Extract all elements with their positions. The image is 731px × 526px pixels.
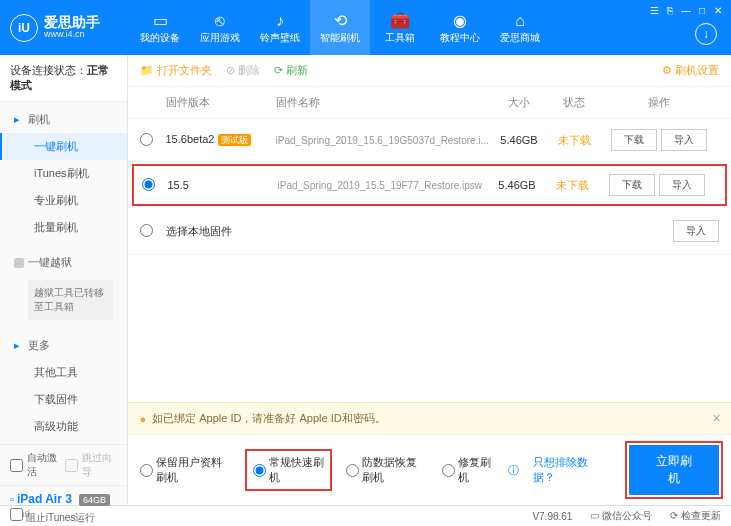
connection-status: 设备连接状态：正常模式 (0, 55, 127, 102)
nav-ringtone[interactable]: ♪铃声壁纸 (250, 0, 310, 55)
jailbreak-note: 越狱工具已转移至工具箱 (28, 280, 113, 320)
import-button[interactable]: 导入 (661, 129, 707, 151)
warning-banner: ● 如已绑定 Apple ID，请准备好 Apple ID和密码。 ✕ (128, 402, 732, 434)
device-name: iPad Air 3 (17, 492, 72, 506)
sidebar-item-download[interactable]: 下载固件 (0, 386, 127, 413)
minimize-icon[interactable]: — (679, 4, 693, 16)
skip-guide-checkbox (65, 459, 78, 472)
header: iU 爱思助手 www.i4.cn ▭我的设备 ⎋应用游戏 ♪铃声壁纸 ⟲智能刷… (0, 0, 731, 55)
beta-tag: 测试版 (218, 134, 251, 146)
opt-keep[interactable]: 保留用户资料刷机 (140, 455, 231, 485)
lock-icon (14, 258, 24, 268)
firmware-radio[interactable] (142, 178, 155, 191)
logo: iU 爱思助手 www.i4.cn (10, 14, 100, 42)
sidebar-item-other[interactable]: 其他工具 (0, 359, 127, 386)
opt-repair[interactable]: 修复刷机 (442, 455, 495, 485)
check-update[interactable]: ⟳ 检查更新 (670, 509, 721, 523)
firmware-radio[interactable] (140, 133, 153, 146)
nav: ▭我的设备 ⎋应用游戏 ♪铃声壁纸 ⟲智能刷机 🧰工具箱 ◉教程中心 ⌂爱思商城 (130, 0, 550, 55)
flash-options: 保留用户资料刷机 常规快速刷机 防数据恢复刷机 修复刷机 ⓘ 只想排除数据？ 立… (128, 434, 732, 505)
nav-mall[interactable]: ⌂爱思商城 (490, 0, 550, 55)
sidebar-jailbreak-head[interactable]: 一键越狱 (0, 249, 127, 276)
warning-icon: ● (140, 413, 147, 425)
local-firmware-row[interactable]: 选择本地固件 导入 (128, 208, 732, 255)
win-menu-icon[interactable]: ☰ (647, 4, 661, 16)
flash-now-button[interactable]: 立即刷机 (629, 445, 719, 495)
app-name: 爱思助手 (44, 15, 100, 30)
toolbar: 📁 打开文件夹 ⊘ 删除 ⟳ 刷新 ⚙ 刷机设置 (128, 55, 732, 87)
table-row[interactable]: 15.6beta2测试版 iPad_Spring_2019_15.6_19G50… (128, 119, 732, 162)
window-controls: ☰ ⎘ — □ ✕ (647, 4, 725, 16)
table-header: 固件版本 固件名称 大小 状态 操作 (128, 87, 732, 119)
logo-icon: iU (10, 14, 38, 42)
download-button[interactable]: 下载 (611, 129, 657, 151)
nav-apps[interactable]: ⎋应用游戏 (190, 0, 250, 55)
delete-button: ⊘ 删除 (226, 63, 260, 78)
nav-flash[interactable]: ⟲智能刷机 (310, 0, 370, 55)
version: V7.98.61 (532, 511, 572, 522)
download-icon[interactable]: ↓ (695, 23, 717, 45)
device-storage: 64GB (79, 494, 110, 506)
sidebar-flash-head[interactable]: ▸刷机 (0, 106, 127, 133)
sidebar: 设备连接状态：正常模式 ▸刷机 一键刷机 iTunes刷机 专业刷机 批量刷机 … (0, 55, 128, 505)
sidebar-more-head[interactable]: ▸更多 (0, 332, 127, 359)
import-button[interactable]: 导入 (673, 220, 719, 242)
exclude-link[interactable]: 只想排除数据？ (533, 455, 600, 485)
opt-normal[interactable]: 常规快速刷机 (245, 449, 333, 491)
sidebar-item-pro[interactable]: 专业刷机 (0, 187, 127, 214)
download-button[interactable]: 下载 (609, 174, 655, 196)
sidebar-item-batch[interactable]: 批量刷机 (0, 214, 127, 241)
auto-activate-label: 自动激活 (27, 451, 61, 479)
close-icon[interactable]: ✕ (712, 412, 721, 425)
opt-recover[interactable]: 防数据恢复刷机 (346, 455, 427, 485)
flash-settings-button[interactable]: ⚙ 刷机设置 (662, 63, 719, 78)
nav-tutorial[interactable]: ◉教程中心 (430, 0, 490, 55)
refresh-button[interactable]: ⟳ 刷新 (274, 63, 308, 78)
wechat-link[interactable]: ▭ 微信公众号 (590, 509, 652, 523)
sidebar-item-itunes[interactable]: iTunes刷机 (0, 160, 127, 187)
table-row[interactable]: 15.5 iPad_Spring_2019_15.5_19F77_Restore… (132, 164, 728, 206)
nav-toolbox[interactable]: 🧰工具箱 (370, 0, 430, 55)
block-itunes[interactable]: 阻止iTunes运行 (10, 508, 95, 525)
win-lock-icon[interactable]: ⎘ (663, 4, 677, 16)
sidebar-item-advanced[interactable]: 高级功能 (0, 413, 127, 440)
close-icon[interactable]: ✕ (711, 4, 725, 16)
skip-guide-label: 跳过向导 (82, 451, 116, 479)
open-folder-button[interactable]: 📁 打开文件夹 (140, 63, 212, 78)
content: 📁 打开文件夹 ⊘ 删除 ⟳ 刷新 ⚙ 刷机设置 固件版本 固件名称 大小 状态… (128, 55, 732, 505)
nav-device[interactable]: ▭我的设备 (130, 0, 190, 55)
import-button[interactable]: 导入 (659, 174, 705, 196)
maximize-icon[interactable]: □ (695, 4, 709, 16)
auto-activate-checkbox[interactable] (10, 459, 23, 472)
info-icon[interactable]: ⓘ (508, 463, 519, 478)
sidebar-item-oneclick[interactable]: 一键刷机 (0, 133, 127, 160)
local-firmware-radio[interactable] (140, 224, 153, 237)
app-url: www.i4.cn (44, 30, 100, 40)
